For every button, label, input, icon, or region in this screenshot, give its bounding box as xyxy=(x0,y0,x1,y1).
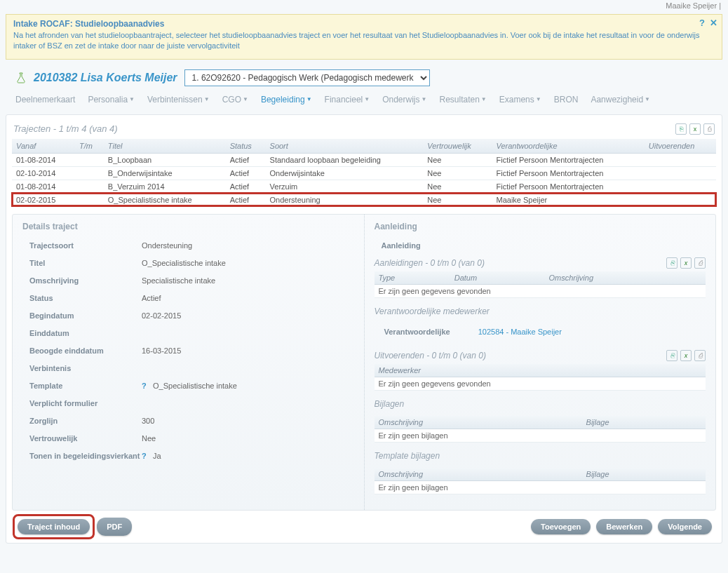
chevron-down-icon: ▼ xyxy=(645,96,650,102)
notice-title: Intake ROCAF: Studieloopbaanadvies xyxy=(13,19,715,29)
bijl-head: Bijlagen xyxy=(375,399,706,409)
toevoegen-button[interactable]: Toevoegen xyxy=(531,519,591,534)
tabs-row: DeelnemerkaartPersonalia▼Verbintenissen▼… xyxy=(0,92,728,114)
tmplbijl-empty: Er zijn geen bijlagen xyxy=(375,480,706,494)
detail-label-verbint: Verbintenis xyxy=(29,364,142,372)
tab-examens[interactable]: Examens▼ xyxy=(499,95,541,105)
detail-value-zorg: 300 xyxy=(142,417,154,425)
detail-label-titel: Titel xyxy=(29,259,142,267)
uitv-title: Uitvoerenden - 0 t/m 0 (van 0) xyxy=(375,351,486,360)
detail-value-template: O_Specialistische intake xyxy=(153,382,237,390)
tmplbijl-col-omschr: Omschrijving xyxy=(375,468,582,481)
traject-inhoud-button[interactable]: Traject inhoud xyxy=(18,519,90,534)
chevron-down-icon: ▼ xyxy=(129,96,135,102)
tab-financieel[interactable]: Financieel▼ xyxy=(325,95,370,105)
uitv-empty: Er zijn geen gegevens gevonden xyxy=(375,377,706,390)
print-icon[interactable]: ⎙ xyxy=(694,257,706,269)
detail-label-tonen: Tonen in begeleidingsvierkant xyxy=(29,452,142,460)
notice-body: Na het afronden van het studieloopbaantr… xyxy=(13,30,715,52)
aanl-list-title: Aanleidingen - 0 t/m 0 (van 0) xyxy=(375,258,485,268)
traject-list-title: Trajecten - 1 t/m 4 (van 4) xyxy=(13,123,118,134)
print-icon[interactable]: ⎙ xyxy=(694,350,706,361)
detail-value-begin: 02-02-2015 xyxy=(142,311,181,320)
detail-label-status: Status xyxy=(29,294,142,302)
chevron-down-icon: ▼ xyxy=(422,96,427,102)
detail-value-status: Actief xyxy=(142,294,161,302)
help-icon[interactable]: ? xyxy=(142,452,149,460)
chevron-down-icon: ▼ xyxy=(536,96,541,102)
verantw-label: Verantwoordelijke xyxy=(384,328,450,336)
close-icon[interactable]: ✕ xyxy=(710,18,717,28)
tmplbijl-head: Template bijlagen xyxy=(375,451,706,461)
help-icon[interactable]: ? xyxy=(142,382,149,390)
aanl-sub-label: Aanleiding xyxy=(382,241,494,250)
user-name: Maaike Speijer | xyxy=(0,0,728,11)
tmplbijl-col-bijlage: Bijlage xyxy=(582,468,706,481)
aanl-empty: Er zijn geen gegevens gevonden xyxy=(375,284,706,297)
export-icon[interactable]: ⎘ xyxy=(666,350,678,361)
verantw-head: Verantwoordelijke medewerker xyxy=(375,306,706,316)
detail-value-beoogd: 16-03-2015 xyxy=(142,346,181,355)
tab-cgo[interactable]: CGO▼ xyxy=(222,95,248,105)
traject-table: VanafT/mTitelStatusSoortVertrouwelijkVer… xyxy=(12,139,716,207)
tab-deelnemerkaart[interactable]: Deelnemerkaart xyxy=(15,95,75,105)
uitv-col: Medewerker xyxy=(375,364,706,377)
table-row[interactable]: 02-02-2015O_Specialistische intakeActief… xyxy=(12,193,716,206)
help-icon[interactable]: ? xyxy=(699,18,705,28)
tab-aanwezigheid[interactable]: Aanwezigheid▼ xyxy=(591,95,650,105)
detail-label-trajsoort: Trajectsoort xyxy=(29,241,142,250)
detail-label-beoogd: Beoogde einddatum xyxy=(29,346,142,355)
detail-label-template: Template xyxy=(29,382,142,390)
detail-label-eind: Einddatum xyxy=(29,329,142,337)
detail-label-omschr: Omschrijving xyxy=(29,276,142,285)
traject-col: Vertrouwelijk xyxy=(423,139,492,154)
chevron-down-icon: ▼ xyxy=(204,96,210,102)
tab-bron[interactable]: BRON xyxy=(554,95,579,105)
programme-select[interactable]: 1. 62O92620 - Pedagogisch Werk (Pedagogi… xyxy=(184,69,430,86)
detail-value-trajsoort: Ondersteuning xyxy=(142,241,192,250)
traject-col: Titel xyxy=(104,139,226,154)
export-icon[interactable]: ⎘ xyxy=(675,123,687,135)
tab-begeleiding[interactable]: Begeleiding▼ xyxy=(261,95,312,105)
table-row[interactable]: 01-08-2014B_Verzuim 2014ActiefVerzuimNee… xyxy=(12,180,716,193)
chevron-down-icon: ▼ xyxy=(481,96,487,102)
bewerken-button[interactable]: Bewerken xyxy=(596,519,652,534)
verantw-value[interactable]: 102584 - Maaike Speijer xyxy=(478,328,562,336)
table-row[interactable]: 01-08-2014B_LoopbaanActiefStandaard loop… xyxy=(12,153,716,166)
pdf-button[interactable]: PDF xyxy=(97,518,132,536)
traject-col: T/m xyxy=(75,139,104,154)
detail-value-vertr: Nee xyxy=(142,434,156,443)
excel-icon[interactable]: x xyxy=(680,350,692,361)
aanl-col-type: Type xyxy=(375,271,450,285)
traject-col: Status xyxy=(226,139,266,154)
detail-label-begin: Begindatum xyxy=(29,311,142,320)
tab-resultaten[interactable]: Resultaten▼ xyxy=(439,95,486,105)
traject-col: Verantwoordelijke xyxy=(492,139,645,154)
detail-value-titel: O_Specialistische intake xyxy=(142,259,226,267)
student-link[interactable]: 2010382 Lisa Koerts Meijer xyxy=(34,72,177,84)
detail-label-verpl: Verplicht formulier xyxy=(29,399,142,407)
volgende-button[interactable]: Volgende xyxy=(658,519,712,534)
notice-box: ? ✕ Intake ROCAF: Studieloopbaanadvies N… xyxy=(6,14,722,60)
detail-value-omschr: Specialistische intake xyxy=(142,276,215,285)
traject-col: Vanaf xyxy=(12,139,75,154)
aanl-col-omschr: Omschrijving xyxy=(544,271,706,285)
details-head: Details traject xyxy=(22,222,354,231)
tab-onderwijs[interactable]: Onderwijs▼ xyxy=(382,95,426,105)
traject-col: Soort xyxy=(266,139,424,154)
detail-label-zorg: Zorglijn xyxy=(29,417,142,425)
export-icon[interactable]: ⎘ xyxy=(666,257,678,269)
tab-verbintenissen[interactable]: Verbintenissen▼ xyxy=(147,95,210,105)
traject-col: Uitvoerenden xyxy=(645,139,716,154)
excel-icon[interactable]: x xyxy=(680,257,692,269)
table-row[interactable]: 02-10-2014B_OnderwijsintakeActiefOnderwi… xyxy=(12,166,716,180)
chevron-down-icon: ▼ xyxy=(306,96,312,102)
chevron-down-icon: ▼ xyxy=(243,96,248,102)
tab-personalia[interactable]: Personalia▼ xyxy=(88,95,135,105)
detail-label-vertr: Vertrouwelijk xyxy=(29,434,142,443)
excel-icon[interactable]: x xyxy=(689,123,701,135)
bijl-col-omschr: Omschrijving xyxy=(375,416,582,429)
detail-value-tonen: Ja xyxy=(153,452,161,460)
print-icon[interactable]: ⎙ xyxy=(703,123,715,135)
aanl-col-datum: Datum xyxy=(450,271,545,285)
